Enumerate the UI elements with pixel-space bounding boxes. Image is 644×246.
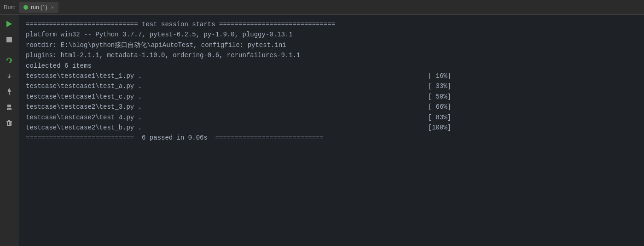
tab-label: run (1) xyxy=(31,4,47,11)
pin-button[interactable] xyxy=(3,85,16,98)
terminal-line: rootdir: E:\blog\python接口自动化\apiAutoTest… xyxy=(26,40,637,50)
tab-bar: Run: run (1) × xyxy=(0,0,644,15)
terminal-line: testcase\testcase2\test_b.py . [100%] xyxy=(26,123,637,133)
svg-rect-11 xyxy=(8,122,9,125)
svg-rect-5 xyxy=(7,105,11,107)
terminal-line: testcase\testcase1\test_a.py . [ 33%] xyxy=(26,81,637,91)
rerun-button[interactable] xyxy=(3,54,16,67)
terminal-line: testcase\testcase2\test_3.py . [ 66%] xyxy=(26,102,637,112)
svg-rect-1 xyxy=(6,37,12,42)
svg-rect-9 xyxy=(8,120,10,121)
play-button[interactable] xyxy=(3,18,16,30)
stop-button[interactable] xyxy=(3,33,16,46)
terminal-output[interactable]: ============================= test sessi… xyxy=(18,15,644,246)
toolbar-separator-1 xyxy=(5,50,14,50)
run-label: Run: xyxy=(4,4,15,11)
svg-marker-0 xyxy=(6,21,12,27)
run-tab[interactable]: run (1) × xyxy=(19,2,58,13)
terminal-line: testcase\testcase2\test_4.py . [ 83%] xyxy=(26,112,637,123)
terminal-line: testcase\testcase1\test_1.py . [ 16%] xyxy=(26,71,637,81)
svg-rect-7 xyxy=(8,110,11,110)
terminal-line: testcase\testcase1\test_c.py . [ 50%] xyxy=(26,92,637,102)
toolbar xyxy=(0,15,18,246)
scroll-down-button[interactable] xyxy=(3,70,16,82)
svg-rect-12 xyxy=(10,122,10,125)
trash-button[interactable] xyxy=(3,117,16,129)
svg-rect-10 xyxy=(6,121,12,122)
tab-close-button[interactable]: × xyxy=(51,5,54,10)
print-button[interactable] xyxy=(3,101,16,114)
terminal-line: plugins: html-2.1.1, metadata-1.10.0, or… xyxy=(26,50,637,60)
svg-rect-6 xyxy=(8,109,11,109)
terminal-line: ============================ 6 passed in… xyxy=(26,133,637,143)
terminal-line: platform win32 -- Python 3.7.7, pytest-6… xyxy=(26,29,637,40)
terminal-line: collected 6 items xyxy=(26,61,637,71)
terminal-line: ============================= test sessi… xyxy=(26,19,637,29)
tab-status-icon xyxy=(23,5,28,10)
main-content: ============================= test sessi… xyxy=(0,15,644,246)
